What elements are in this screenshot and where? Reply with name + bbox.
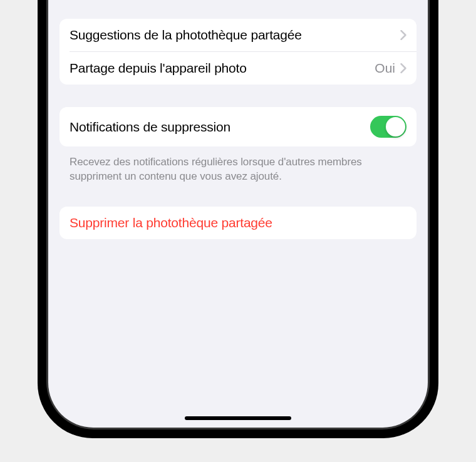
delete-library-cell[interactable]: Supprimer la photothèque partagée <box>59 207 416 239</box>
delete-library-label: Supprimer la photothèque partagée <box>70 215 406 230</box>
suggestions-label: Suggestions de la photothèque partagée <box>70 28 400 43</box>
phone-frame: Suggestions de la photothèque partagée P… <box>38 0 438 438</box>
toggle-knob <box>386 117 405 136</box>
camera-sharing-cell[interactable]: Partage depuis l'appareil photo Oui <box>59 52 416 85</box>
settings-group-sharing: Suggestions de la photothèque partagée P… <box>59 19 416 85</box>
settings-group-delete: Supprimer la photothèque partagée <box>59 207 416 239</box>
screen: Suggestions de la photothèque partagée P… <box>48 0 428 428</box>
camera-sharing-label: Partage depuis l'appareil photo <box>70 61 375 76</box>
settings-content: Suggestions de la photothèque partagée P… <box>48 19 428 239</box>
phone-inner-border: Suggestions de la photothèque partagée P… <box>46 0 430 429</box>
deletion-notifications-cell: Notifications de suppression <box>59 107 416 146</box>
camera-sharing-value: Oui <box>375 61 395 76</box>
chevron-right-icon <box>400 30 406 40</box>
home-indicator[interactable] <box>185 416 291 420</box>
suggestions-cell[interactable]: Suggestions de la photothèque partagée <box>59 19 416 51</box>
notifications-footer-text: Recevez des notifications régulières lor… <box>59 150 416 184</box>
deletion-notifications-toggle[interactable] <box>370 116 406 138</box>
deletion-notifications-label: Notifications de suppression <box>70 120 370 135</box>
settings-group-notifications: Notifications de suppression <box>59 107 416 146</box>
chevron-right-icon <box>400 63 406 73</box>
